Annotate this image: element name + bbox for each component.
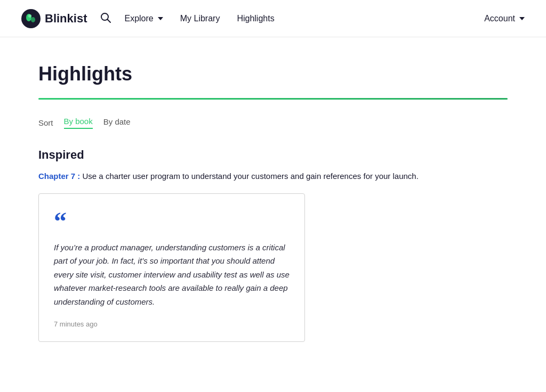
- search-icon[interactable]: [100, 12, 111, 26]
- account-chevron-icon: [519, 17, 525, 20]
- nav-my-library[interactable]: My Library: [180, 14, 220, 23]
- blinkist-logo-icon: [21, 9, 41, 28]
- green-divider: [38, 98, 508, 100]
- navbar: Blinkist Explore My Library Highlights A…: [0, 0, 546, 37]
- quote-marks-icon: “: [54, 209, 290, 234]
- sort-by-book[interactable]: By book: [64, 117, 93, 129]
- svg-line-5: [108, 19, 111, 22]
- quote-card: “ If you’re a product manager, understan…: [38, 193, 305, 342]
- nav-links: Explore My Library Highlights: [124, 14, 484, 23]
- nav-highlights[interactable]: Highlights: [237, 14, 274, 23]
- nav-right: Account: [484, 14, 525, 23]
- book-section: Inspired Chapter 7 : Use a charter user …: [38, 148, 508, 342]
- main-content: Highlights Sort By book By date Inspired…: [17, 37, 529, 368]
- quote-text: If you’re a product manager, understandi…: [54, 241, 290, 309]
- svg-point-2: [31, 17, 35, 22]
- account-menu[interactable]: Account: [484, 14, 525, 23]
- svg-point-3: [28, 14, 31, 18]
- sort-row: Sort By book By date: [38, 117, 508, 129]
- logo-link[interactable]: Blinkist: [21, 9, 87, 28]
- explore-chevron-icon: [158, 17, 163, 20]
- nav-explore[interactable]: Explore: [124, 14, 163, 23]
- sort-by-date[interactable]: By date: [103, 117, 131, 128]
- logo-text: Blinkist: [45, 12, 87, 26]
- quote-timestamp: 7 minutes ago: [54, 320, 98, 328]
- page-title: Highlights: [38, 63, 508, 85]
- chapter-link[interactable]: Chapter 7 :: [38, 172, 80, 181]
- book-title: Inspired: [38, 148, 508, 162]
- sort-label: Sort: [38, 118, 53, 127]
- chapter-description: Use a charter user program to understand…: [80, 172, 419, 181]
- chapter-reference: Chapter 7 : Use a charter user program t…: [38, 170, 508, 183]
